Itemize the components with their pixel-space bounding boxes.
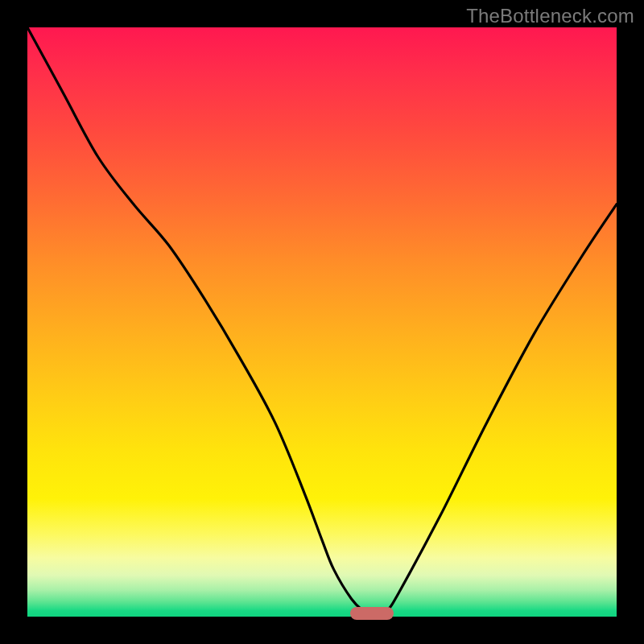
optimum-marker [350, 607, 394, 620]
plot-area [27, 27, 617, 617]
bottleneck-curve [27, 27, 617, 617]
attribution-text: TheBottleneck.com [466, 5, 634, 27]
chart-frame: TheBottleneck.com [0, 0, 644, 644]
